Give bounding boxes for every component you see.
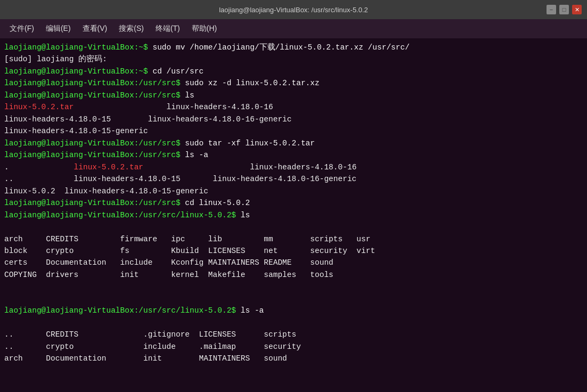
terminal-line: .. CREDITS .gitignore LICENSES scripts .… — [4, 317, 583, 377]
title-bar: laojiang@laojiang-VirtualBox: /usr/src/l… — [0, 0, 587, 19]
maximize-button[interactable]: □ — [559, 5, 569, 14]
terminal[interactable]: laojiang@laojiang-VirtualBox:~$ sudo mv … — [0, 38, 587, 392]
minimize-button[interactable]: − — [547, 5, 556, 14]
terminal-line: .. linux-headers-4.18.0-15 linux-headers… — [4, 173, 583, 185]
terminal-line: laojiang@laojiang-VirtualBox:/usr/src$ l… — [4, 149, 583, 161]
terminal-line: laojiang@laojiang-VirtualBox:/usr/src$ l… — [4, 89, 583, 101]
menu-item-edit[interactable]: 编辑(E) — [40, 22, 76, 36]
terminal-line: . linux-5.0.2.tar linux-headers-4.18.0-1… — [4, 161, 583, 173]
terminal-line: arch CREDITS firmware ipc lib mm scripts… — [4, 221, 583, 305]
menu-item-help[interactable]: 帮助(H) — [186, 22, 222, 36]
terminal-line: linux-headers-4.18.0-15 linux-headers-4.… — [4, 113, 583, 125]
terminal-line: linux-5.0.2 linux-headers-4.18.0-15-gene… — [4, 185, 583, 197]
menu-item-view[interactable]: 查看(V) — [77, 22, 113, 36]
terminal-line: [sudo] laojiang 的密码: — [4, 53, 583, 65]
terminal-line: linux-5.0.2.tar linux-headers-4.18.0-16 — [4, 101, 583, 113]
close-button[interactable]: ✕ — [572, 5, 582, 14]
window-title: laojiang@laojiang-VirtualBox: /usr/src/l… — [219, 6, 368, 14]
terminal-line: laojiang@laojiang-VirtualBox:/usr/src$ s… — [4, 137, 583, 149]
terminal-line: laojiang@laojiang-VirtualBox:/usr/src$ s… — [4, 77, 583, 89]
terminal-line: laojiang@laojiang-VirtualBox:~$ sudo mv … — [4, 42, 583, 53]
menu-bar: 文件(F) 编辑(E) 查看(V) 搜索(S) 终端(T) 帮助(H) — [0, 19, 587, 38]
terminal-line: laojiang@laojiang-VirtualBox:/usr/src/li… — [4, 305, 583, 316]
terminal-line: laojiang@laojiang-VirtualBox:/usr/src$ c… — [4, 197, 583, 209]
terminal-line: linux-headers-4.18.0-15-generic — [4, 125, 583, 137]
terminal-line: laojiang@laojiang-VirtualBox:/usr/src/li… — [4, 209, 583, 221]
menu-item-terminal[interactable]: 终端(T) — [150, 22, 185, 36]
menu-item-search[interactable]: 搜索(S) — [113, 22, 149, 36]
terminal-line: laojiang@laojiang-VirtualBox:~$ cd /usr/… — [4, 66, 583, 77]
menu-item-file[interactable]: 文件(F) — [4, 22, 39, 36]
